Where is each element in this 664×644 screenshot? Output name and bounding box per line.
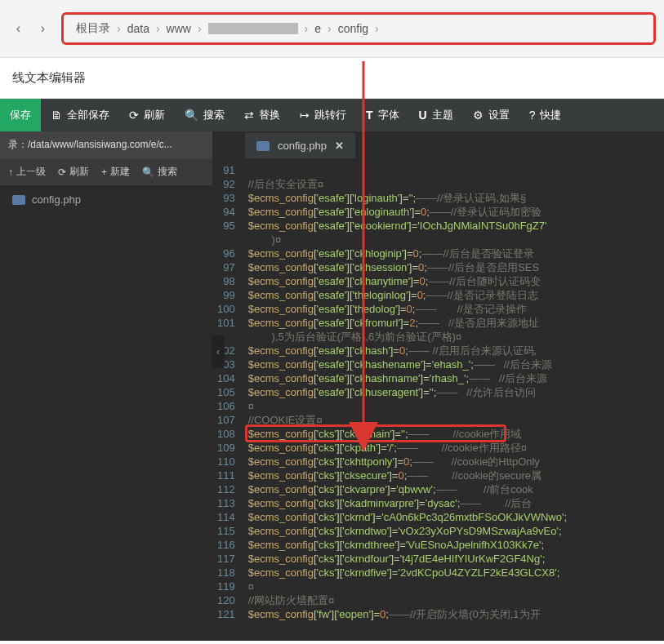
code-line[interactable]: $ecms_config['esafe']['ckhashename']='eh… (243, 358, 664, 371)
code-line[interactable]: $ecms_config['cks']['ckrndfour']='t4j7dE… (243, 552, 664, 566)
refresh-button[interactable]: ⟳刷新 (119, 99, 175, 131)
collapse-sidebar-handle[interactable]: ‹ (212, 335, 225, 368)
code-editor[interactable]: 9192939495969798991001011021031041051061… (212, 160, 664, 641)
forward-button[interactable]: › (33, 19, 53, 39)
code-line[interactable]: $ecms_config['esafe']['enloginauth']=0;—… (243, 205, 664, 219)
chevron-right-icon: › (305, 22, 309, 35)
explorer-refresh-button[interactable]: ⟳刷新 (58, 165, 89, 179)
explorer-toolbar: ↑上一级 ⟳刷新 +新建 🔍搜索 (0, 158, 212, 185)
explorer-search-button[interactable]: 🔍搜索 (142, 165, 177, 179)
code-line[interactable]: $ecms_config['esafe']['ckhsession']=0;——… (243, 260, 664, 274)
code-line[interactable]: )¤ (243, 233, 664, 246)
top-navigation-bar: ‹ › 根目录 › data › www › › e › config › (0, 0, 664, 58)
settings-button[interactable]: ⚙设置 (463, 99, 519, 131)
code-line[interactable]: $ecms_config['cks']['ckrndtwo']='vOx23yX… (243, 524, 664, 538)
up-icon: ↑ (8, 167, 13, 178)
breadcrumb-part[interactable]: config (338, 22, 368, 35)
code-line[interactable]: //网站防火墙配置¤ (243, 593, 664, 607)
file-tab[interactable]: config.php ✕ (245, 133, 355, 158)
code-line[interactable]: ),5为后台验证(严格),6为前台验证(严格)¤ (243, 330, 664, 344)
replace-button[interactable]: ⇄替换 (234, 99, 290, 131)
search-button[interactable]: 🔍搜索 (175, 99, 234, 131)
code-line[interactable]: $ecms_config['cks']['ckrndfive']='2vdKCp… (243, 566, 664, 580)
new-file-button[interactable]: +新建 (101, 165, 130, 179)
code-line[interactable]: $ecms_config['esafe']['loginauth']='';——… (243, 191, 664, 205)
code-line[interactable]: $ecms_config['esafe']['thedolog']=0;—— /… (243, 302, 664, 316)
code-line[interactable]: $ecms_config['esafe']['ckhanytime']=0;——… (243, 274, 664, 288)
line-gutter: 9192939495969798991001011021031041051061… (212, 160, 243, 641)
replace-icon: ⇄ (244, 109, 254, 122)
save-button[interactable]: 保存 (0, 99, 41, 131)
code-line[interactable]: $ecms_config['esafe']['ckhuseragent']=''… (243, 385, 664, 399)
code-lines[interactable]: //后台安全设置¤$ecms_config['esafe']['loginaut… (243, 160, 664, 641)
refresh-icon: ⟳ (58, 167, 66, 178)
code-line[interactable]: $ecms_config['esafe']['ckhloginip']=0;——… (243, 246, 664, 260)
code-line[interactable]: $ecms_config['cks']['ckadminvarpre']='dy… (243, 496, 664, 510)
tab-label: config.php (278, 140, 327, 152)
current-path-label: 录：/data/www/lansisiwang.com/e/c... (0, 131, 212, 158)
nav-arrows: ‹ › (8, 19, 53, 39)
save-all-icon: 🗎 (51, 109, 62, 122)
code-line[interactable]: $ecms_config['cks']['ckhttponly']=0;—— /… (243, 455, 664, 469)
goto-line-button[interactable]: ↦跳转行 (290, 99, 356, 131)
font-icon: T (366, 109, 373, 122)
main-area: 录：/data/www/lansisiwang.com/e/c... ↑上一级 … (0, 131, 664, 641)
back-button[interactable]: ‹ (8, 19, 29, 39)
editor-toolbar: 保存 🗎全部保存 ⟳刷新 🔍搜索 ⇄替换 ↦跳转行 T字体 U主题 ⚙设置 ?快… (0, 99, 664, 131)
code-line[interactable]: ¤ (243, 399, 664, 413)
plus-icon: + (101, 167, 107, 178)
code-line[interactable]: $ecms_config['cks']['cksecure']=0;—— //c… (243, 469, 664, 482)
breadcrumb[interactable]: 根目录 › data › www › › e › config › (61, 12, 656, 45)
gear-icon: ⚙ (473, 109, 484, 122)
up-level-button[interactable]: ↑上一级 (8, 165, 46, 179)
breadcrumb-part[interactable]: data (127, 22, 149, 35)
breadcrumb-redacted (208, 23, 298, 34)
code-line[interactable]: $ecms_config['fw']['eopen']=0;——//开启防火墙(… (243, 607, 664, 621)
code-line[interactable]: $ecms_config['cks']['ckvarpre']='qbwvw';… (243, 482, 664, 496)
search-icon: 🔍 (185, 109, 198, 122)
page-title: 线文本编辑器 (0, 58, 664, 99)
code-line[interactable]: //后台安全设置¤ (243, 177, 664, 191)
breadcrumb-root[interactable]: 根目录 (76, 21, 110, 36)
code-line[interactable]: $ecms_config['esafe']['ecookiernd']='IOc… (243, 219, 664, 233)
code-line[interactable]: $ecms_config['cks']['ckpath']='/';—— //c… (243, 441, 664, 455)
search-icon: 🔍 (142, 167, 154, 178)
refresh-icon: ⟳ (129, 109, 139, 122)
code-line[interactable]: $ecms_config['esafe']['ckhash']=0;—— //启… (243, 344, 664, 358)
save-all-button[interactable]: 🗎全部保存 (41, 99, 119, 131)
code-line[interactable] (243, 163, 664, 177)
file-item[interactable]: config.php (0, 185, 212, 214)
chevron-right-icon: › (375, 22, 379, 35)
goto-icon: ↦ (300, 109, 310, 122)
chevron-right-icon: › (156, 22, 160, 35)
theme-button[interactable]: U主题 (409, 99, 463, 131)
breadcrumb-part[interactable]: www (167, 22, 191, 35)
theme-icon: U (419, 109, 427, 122)
help-icon: ? (529, 109, 536, 122)
chevron-right-icon: › (198, 22, 202, 35)
close-tab-icon[interactable]: ✕ (335, 140, 344, 152)
chevron-right-icon: › (328, 22, 332, 35)
file-explorer: 录：/data/www/lansisiwang.com/e/c... ↑上一级 … (0, 131, 212, 641)
editor-pane: ‹ config.php ✕ 9192939495969798991001011… (212, 131, 664, 641)
file-name: config.php (32, 193, 81, 206)
php-file-icon (256, 141, 270, 151)
php-file-icon (12, 195, 25, 205)
code-line[interactable]: $ecms_config['esafe']['ckhashrname']='rh… (243, 371, 664, 385)
font-button[interactable]: T字体 (356, 99, 409, 131)
code-line[interactable]: //COOKIE设置¤ (243, 413, 664, 427)
breadcrumb-part[interactable]: e (314, 22, 321, 35)
chevron-right-icon: › (117, 22, 121, 35)
shortcut-button[interactable]: ?快捷 (519, 99, 572, 131)
code-line[interactable]: ¤ (243, 580, 664, 593)
code-line[interactable]: $ecms_config['cks']['ckrnd']='cA0n6kPc3q… (243, 510, 664, 524)
code-line[interactable]: $ecms_config['esafe']['ckfromurl']=2;—— … (243, 316, 664, 330)
tab-bar: config.php ✕ (212, 131, 664, 160)
code-line[interactable]: $ecms_config['cks']['ckrndthree']='VuESn… (243, 538, 664, 552)
code-line[interactable]: $ecms_config['esafe']['theloginlog']=0;—… (243, 288, 664, 302)
code-line[interactable]: $ecms_config['cks']['ckdomain']='';—— //… (243, 427, 664, 441)
